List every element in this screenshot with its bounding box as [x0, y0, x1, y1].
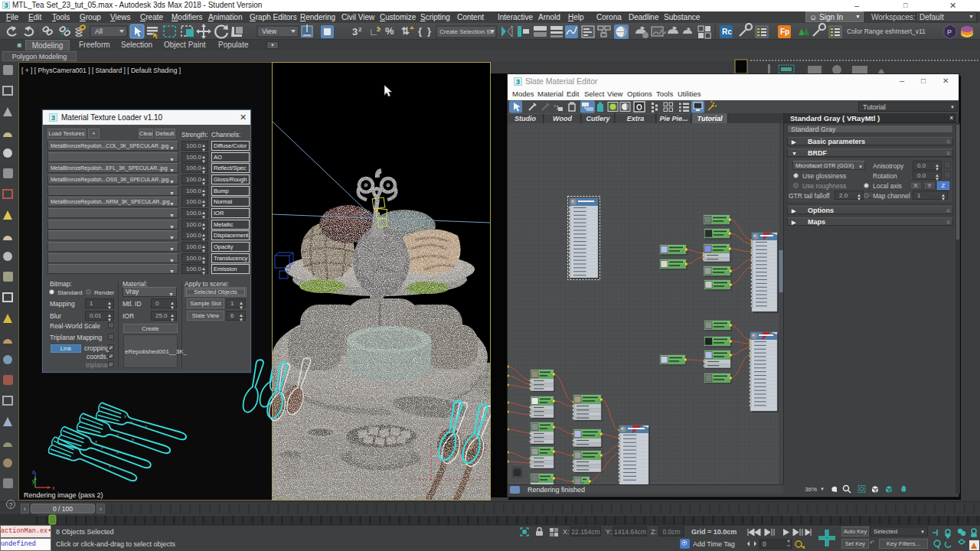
svg-text:2: 2	[358, 26, 362, 33]
svg-text:All: All	[95, 28, 103, 35]
svg-text:O: O	[636, 103, 642, 112]
svg-text:P: P	[947, 28, 952, 36]
svg-text:%: %	[385, 25, 394, 37]
svg-text:View: View	[262, 28, 277, 35]
svg-text:3: 3	[352, 26, 358, 37]
svg-text:⇅: ⇅	[401, 25, 410, 37]
svg-text:}: }	[427, 25, 431, 37]
svg-text:{: {	[418, 25, 422, 37]
svg-text:Color Range eshInsert_v11: Color Range eshInsert_v11	[847, 28, 926, 35]
svg-text:Fp: Fp	[780, 28, 789, 36]
svg-text:0: 0	[763, 540, 766, 548]
svg-text:Create Selection Se: Create Selection Se	[439, 28, 495, 35]
svg-text:Rc: Rc	[722, 28, 732, 36]
